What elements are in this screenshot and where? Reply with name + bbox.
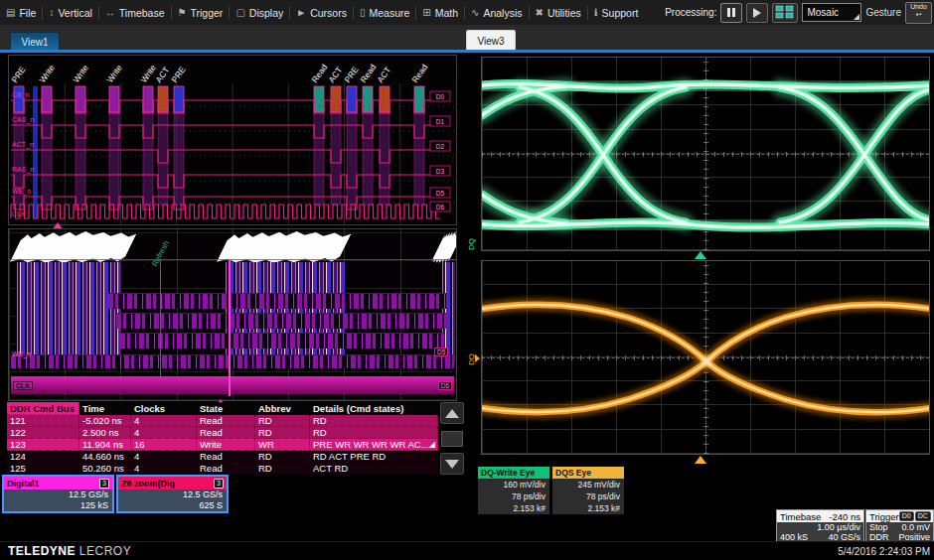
tab-underline — [0, 50, 934, 53]
bus-activity-band — [17, 262, 120, 361]
mosaic-grid-icon — [775, 5, 795, 20]
h-scale: 78 ps/div — [552, 490, 624, 502]
table-cell: -5.020 ns — [79, 415, 131, 427]
teledyne-lecroy-logo: TELEDYNE LECROY — [8, 544, 131, 558]
tab-view1[interactable]: View1 — [10, 32, 60, 51]
ddr-timing-panel[interactable]: PREWriteWriteWriteWriteACTPREReadACTPRER… — [8, 55, 457, 225]
table-cell: 4 — [131, 451, 197, 463]
channel-count-badge: 3 — [99, 479, 109, 489]
menu-analysis[interactable]: ∿Analysis — [465, 0, 529, 25]
table-cell: 122 — [7, 427, 79, 439]
scroll-down-button[interactable] — [440, 453, 464, 475]
table-row[interactable]: 12311.904 ns16WriteWRPRE WR WR WR WR AC.… — [7, 439, 438, 451]
col-header-state[interactable]: State — [197, 402, 255, 415]
menu-math[interactable]: ⊞Math — [416, 0, 464, 25]
record-length: 125 kS — [4, 500, 112, 511]
pause-button[interactable] — [720, 3, 742, 23]
clk-band: CLK D6 — [11, 376, 454, 394]
timebase-summary[interactable]: Timebase -240 ns 1.00 µs/div 400 kS 40 G… — [776, 509, 864, 544]
menu-display[interactable]: ▢Display — [230, 0, 289, 25]
cmd-label: Read — [358, 63, 378, 85]
zoom-region-highlight — [33, 86, 38, 218]
trigger-summary[interactable]: Trigger D0 DC Stop 0.0 mV DDR Positive — [865, 509, 934, 544]
table-header-row: DDR Cmd Bus Time Clocks State Abbrev Det… — [7, 402, 438, 415]
undo-arrow-icon: ↩ — [916, 11, 922, 19]
descriptor-dqs-eye[interactable]: DQS Eye 245 mV/div 78 ps/div 2.153 k# — [552, 467, 624, 514]
table-cell: 4 — [131, 463, 197, 475]
col-header-clocks[interactable]: Clocks — [131, 402, 197, 415]
channel-label: D1 — [436, 118, 445, 125]
table-row[interactable]: 12444.660 ns4ReadRDRD ACT PRE RD — [7, 451, 438, 463]
scroll-down-icon — [445, 460, 459, 469]
table-cell: Read — [197, 463, 255, 475]
cmd-label: Write — [37, 63, 57, 84]
sample-rate: 12.5 GS/s — [4, 490, 112, 500]
col-header-abbrev[interactable]: Abbrev — [255, 402, 310, 415]
table-cell: 4 — [131, 415, 197, 427]
we-signal-label: WE_n — [12, 350, 31, 357]
menu-utilities[interactable]: ✖Utilities — [530, 0, 587, 25]
menu-trigger[interactable]: ⚑Trigger — [172, 0, 230, 25]
trigger-icon: ⚑ — [178, 7, 187, 18]
table-cell: Read — [197, 427, 255, 439]
dq-write-eye-panel[interactable] — [481, 57, 930, 251]
mosaic-dropdown[interactable]: Mosaic — [802, 3, 861, 22]
play-button[interactable] — [746, 3, 768, 23]
table-row[interactable]: 12550.260 ns4ReadRDACT RD — [7, 463, 438, 475]
table-cell: 50.260 ns — [79, 463, 131, 475]
utilities-icon: ✖ — [536, 7, 544, 18]
table-cell: RD — [310, 415, 438, 427]
oscilloscope-screen: ▤File↕Vertical↔Timebase⚑Trigger▢Display►… — [0, 0, 934, 560]
bus-activity-row — [108, 293, 446, 309]
dq-write-eye-trace — [482, 58, 930, 251]
menu-measure[interactable]: ▯Measure — [354, 0, 415, 25]
refresh-marker-line — [160, 259, 161, 376]
descriptor-z6-zoom[interactable]: Z6 zoom(Dig 3 12.5 GS/s 625 S — [116, 475, 229, 513]
cmd-label: PRE — [169, 65, 187, 84]
table-cell: 125 — [7, 463, 79, 475]
play-icon — [753, 8, 761, 18]
processing-controls: Processing: Mosaic Gesture — [665, 1, 932, 24]
descriptor-dq-write-eye[interactable]: DQ-Write Eye 160 mV/div 78 ps/div 2.153 … — [478, 467, 549, 514]
dqs-level-marker-icon — [475, 354, 480, 362]
datetime-display: 5/4/2016 2:24:03 PM — [838, 546, 930, 557]
mosaic-grid-button[interactable] — [772, 3, 798, 23]
dqs-eye-panel[interactable] — [481, 260, 930, 455]
menu-file[interactable]: ▤File — [0, 0, 42, 25]
table-cell: Read — [197, 415, 255, 427]
dq-trace-label: DQ — [467, 238, 476, 250]
dqs-center-marker-icon — [695, 456, 706, 464]
zoom-cursor-line[interactable] — [229, 259, 231, 396]
menu-cursors[interactable]: ►Cursors — [290, 0, 353, 25]
descriptor-digital1[interactable]: Digital1 3 12.5 GS/s 125 kS — [2, 475, 114, 513]
table-cell: 4 — [131, 427, 197, 439]
scrollbar-thumb[interactable] — [441, 431, 463, 447]
undo-button[interactable]: Undo ↩ — [905, 2, 932, 24]
cmd-label: Read — [409, 63, 429, 85]
zoom-overview-panel[interactable]: Refresh WE_n D5 CLK D6 — [8, 228, 457, 401]
menu-label: Timebase — [119, 7, 165, 19]
channel-label: D2 — [436, 143, 445, 150]
ddr-cmd-table: DDR Cmd Bus Time Clocks State Abbrev Det… — [7, 402, 438, 475]
bus-activity-row — [116, 313, 446, 329]
tab-view3[interactable]: View3 — [466, 30, 516, 52]
table-row[interactable]: 1222.500 ns4ReadRDRD — [7, 427, 438, 439]
table-row[interactable]: 121-5.020 ns4ReadRDRD — [7, 415, 438, 427]
menu-support[interactable]: ℹSupport — [588, 0, 645, 25]
col-header-time[interactable]: Time — [79, 402, 131, 415]
eye-center-marker-icon — [695, 251, 706, 259]
menu-vertical[interactable]: ↕Vertical — [43, 0, 97, 25]
table-cell: 123 — [7, 439, 79, 451]
cmd-label: Read — [309, 63, 329, 85]
pause-icon — [727, 8, 730, 17]
sweep-count: 2.153 k# — [552, 502, 624, 514]
scroll-up-button[interactable] — [440, 402, 464, 424]
ddr-timing-plot: PREWriteWriteWriteWriteACTPREReadACTPRER… — [9, 56, 456, 224]
menu-timebase[interactable]: ↔Timebase — [99, 0, 171, 25]
support-icon: ℹ — [594, 7, 598, 18]
bus-top-line — [9, 259, 456, 260]
table-cell: ACT RD — [310, 463, 438, 475]
v-scale: 160 mV/div — [478, 479, 549, 490]
menu-label: Support — [602, 7, 639, 19]
col-header-details[interactable]: Details (Cmd states) — [310, 402, 438, 415]
